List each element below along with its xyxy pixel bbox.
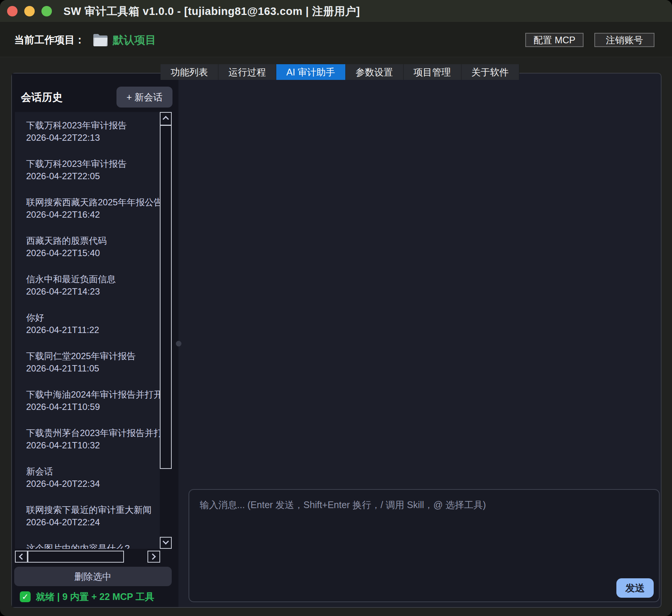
session-time: 2026-04-21T11:22 <box>26 324 160 336</box>
tab-run-process[interactable]: 运行过程 <box>218 64 276 80</box>
session-item[interactable]: 联网搜索下最近的审计重大新闻 2026-04-20T22:24 <box>15 497 160 535</box>
tab-about-software[interactable]: 关于软件 <box>461 64 519 80</box>
session-title: 下载贵州茅台2023年审计报告并打开 <box>26 427 160 439</box>
chevron-left-icon <box>19 554 25 560</box>
current-project-label: 当前工作项目： <box>14 23 85 57</box>
scroll-down-button[interactable] <box>160 537 172 549</box>
app-window: SW 审计工具箱 v1.0.0 - [tujiabing81@163.com |… <box>0 0 672 616</box>
chevron-down-icon <box>163 538 169 545</box>
session-time: 2026-04-22T14:23 <box>26 285 160 298</box>
session-item[interactable]: 联网搜索西藏天路2025年年报公告 2026-04-22T16:42 <box>15 189 160 227</box>
session-title: 联网搜索下最近的审计重大新闻 <box>26 504 160 516</box>
tab-project-management[interactable]: 项目管理 <box>404 64 461 80</box>
minimize-button[interactable] <box>24 6 35 16</box>
title-bar: SW 审计工具箱 v1.0.0 - [tujiabing81@163.com |… <box>0 0 672 22</box>
close-button[interactable] <box>7 6 18 16</box>
chevron-up-icon <box>163 116 169 122</box>
session-history-title: 会话历史 <box>21 90 63 105</box>
session-time: 2026-04-21T10:32 <box>26 439 160 451</box>
folder-icon <box>93 33 108 47</box>
status-text: 就绪 | 9 内置 + 22 MCP 工具 <box>36 591 154 603</box>
session-title: 下载万科2023年审计报告 <box>26 158 160 170</box>
vertical-scroll-thumb[interactable] <box>160 125 172 469</box>
session-item[interactable]: 你好 2026-04-21T11:22 <box>15 304 160 343</box>
session-time: 2026-04-21T10:59 <box>26 401 160 413</box>
project-name: 默认项目 <box>113 23 156 57</box>
window-title: SW 审计工具箱 v1.0.0 - [tujiabing81@163.com |… <box>63 0 360 22</box>
splitter-handle[interactable] <box>176 341 181 346</box>
chevron-right-icon <box>150 554 156 560</box>
logout-button[interactable]: 注销账号 <box>594 33 654 47</box>
session-item[interactable]: 下载贵州茅台2023年审计报告并打开 2026-04-21T10:32 <box>15 420 160 458</box>
session-item[interactable]: 下载万科2023年审计报告 2026-04-22T22:13 <box>15 112 160 150</box>
session-title: 新会话 <box>26 465 160 477</box>
ready-check-icon: ✓ <box>20 591 31 602</box>
session-title: 这个图片中的内容是什么? <box>26 542 160 549</box>
session-title: 下载万科2023年审计报告 <box>26 119 160 131</box>
session-title: 你好 <box>26 311 160 324</box>
session-time: 2026-04-20T22:34 <box>26 477 160 490</box>
session-title: 信永中和最近负面信息 <box>26 273 160 285</box>
session-time: 2026-04-22T22:13 <box>26 131 160 144</box>
scroll-left-button[interactable] <box>15 551 28 563</box>
session-title: 下载同仁堂2025年审计报告 <box>26 350 160 362</box>
session-time: 2026-04-22T22:05 <box>26 170 160 182</box>
session-item[interactable]: 西藏天路的股票代码 2026-04-22T15:40 <box>15 227 160 266</box>
scroll-right-button[interactable] <box>147 551 160 563</box>
session-time: 2026-04-21T11:05 <box>26 362 160 374</box>
session-time: 2026-04-20T22:24 <box>26 516 160 528</box>
session-list: 下载万科2023年审计报告 2026-04-22T22:13 下载万科2023年… <box>15 112 160 549</box>
delete-selected-button[interactable]: 删除选中 <box>14 567 172 586</box>
session-title: 西藏天路的股票代码 <box>26 234 160 247</box>
message-input[interactable] <box>189 490 659 601</box>
status-bar: ✓ 就绪 | 9 内置 + 22 MCP 工具 <box>20 591 154 602</box>
zoom-button[interactable] <box>41 6 52 16</box>
vertical-scrollbar <box>160 112 172 549</box>
header-bar: 当前工作项目： 默认项目 配置 MCP 注销账号 <box>0 23 672 57</box>
tab-function-list[interactable]: 功能列表 <box>161 64 218 80</box>
new-session-button[interactable]: + 新会话 <box>116 87 172 108</box>
scroll-up-button[interactable] <box>160 112 172 125</box>
session-title: 联网搜索西藏天路2025年年报公告 <box>26 196 160 208</box>
session-item[interactable]: 新会话 2026-04-20T22:34 <box>15 458 160 497</box>
horizontal-scrollbar <box>15 551 172 563</box>
session-item-partial[interactable]: 这个图片中的内容是什么? <box>15 535 160 549</box>
session-item[interactable]: 下载万科2023年审计报告 2026-04-22T22:05 <box>15 150 160 189</box>
message-input-container: 发送 <box>189 489 660 602</box>
session-item[interactable]: 下载同仁堂2025年审计报告 2026-04-21T11:05 <box>15 343 160 381</box>
session-time: 2026-04-22T15:40 <box>26 247 160 259</box>
horizontal-scroll-thumb[interactable] <box>28 551 124 563</box>
send-button[interactable]: 发送 <box>616 578 654 598</box>
session-title: 下载中海油2024年审计报告并打开 <box>26 388 160 401</box>
tab-bar: 功能列表 运行过程 AI 审计助手 参数设置 项目管理 关于软件 <box>161 64 519 80</box>
configure-mcp-button[interactable]: 配置 MCP <box>525 33 584 47</box>
session-item[interactable]: 信永中和最近负面信息 2026-04-22T14:23 <box>15 266 160 304</box>
tab-parameter-settings[interactable]: 参数设置 <box>346 64 404 80</box>
tab-ai-audit-assistant[interactable]: AI 审计助手 <box>276 64 346 80</box>
session-time: 2026-04-22T16:42 <box>26 208 160 221</box>
session-item[interactable]: 下载中海油2024年审计报告并打开 2026-04-21T10:59 <box>15 381 160 420</box>
